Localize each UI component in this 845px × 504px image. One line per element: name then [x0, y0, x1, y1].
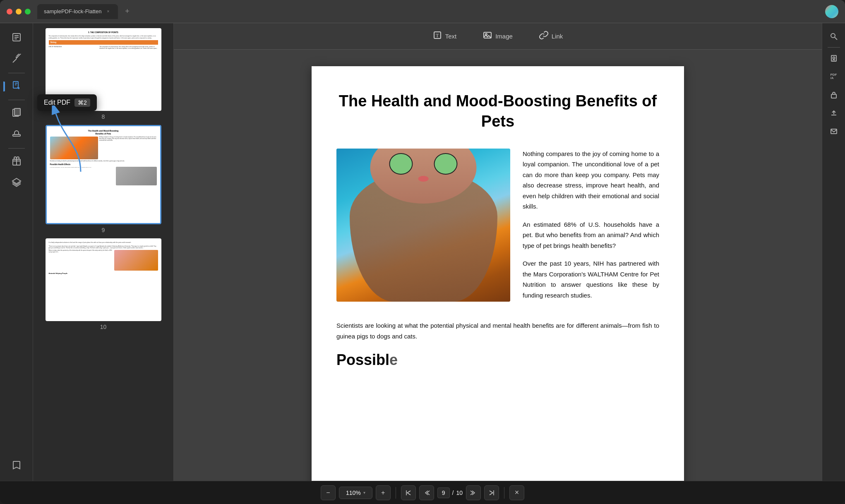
pdf-paragraph-3: Over the past 10 years, NIH has partnere… — [523, 258, 659, 300]
svg-text:T: T — [436, 33, 439, 38]
upload-sidebar-button[interactable] — [826, 105, 842, 121]
link-tool-button[interactable]: Link — [534, 28, 568, 44]
pages-icon — [12, 108, 22, 120]
titlebar: samplePDF-lock-Flatten × + — [0, 0, 845, 23]
zoom-out-button[interactable]: − — [321, 485, 336, 500]
stamp-icon — [12, 129, 22, 141]
svg-rect-16 — [831, 55, 836, 61]
toolbar-separator-2 — [504, 487, 504, 499]
sidebar-item-pages[interactable] — [7, 103, 26, 123]
left-sidebar — [0, 23, 33, 481]
image-tool-label: Image — [495, 33, 513, 40]
sidebar-item-edit-pdf[interactable] — [7, 77, 26, 96]
svg-point-17 — [833, 57, 835, 59]
svg-point-14 — [831, 34, 835, 38]
tab-close-button[interactable]: × — [105, 8, 111, 15]
gift-icon — [12, 156, 22, 168]
pdf-paragraph-2: An estimated 68% of U.S. households have… — [523, 219, 659, 251]
edit-pdf-icon — [12, 81, 22, 93]
sidebar-item-layers[interactable] — [7, 173, 26, 193]
page-last-button[interactable] — [484, 485, 499, 500]
image-tool-icon — [483, 31, 492, 42]
zoom-in-button[interactable]: + — [376, 485, 391, 500]
svg-line-15 — [835, 37, 837, 40]
mail-sidebar-button[interactable] — [826, 123, 842, 139]
page-display: 9 / 10 — [437, 487, 463, 498]
annotate-icon — [12, 54, 22, 66]
page-number-9: 9 — [102, 227, 105, 233]
pdf-text-column: Nothing compares to the joy of coming ho… — [523, 149, 659, 308]
page-number-8: 8 — [102, 113, 105, 120]
page-thumbnail-10[interactable]: It is fairly independent solution to fin… — [46, 238, 161, 321]
maximize-button[interactable] — [25, 9, 31, 14]
extract-sidebar-button[interactable] — [826, 50, 842, 67]
zoom-chevron-icon: ▾ — [363, 490, 365, 495]
pdf-a-icon: PDF/A — [831, 73, 837, 80]
zoom-display[interactable]: 110% ▾ — [339, 487, 372, 499]
svg-rect-7 — [13, 134, 20, 136]
page-next-button[interactable] — [466, 485, 481, 500]
active-indicator — [3, 82, 5, 91]
pdf-body-section: Nothing compares to the joy of coming ho… — [336, 149, 659, 308]
right-sidebar-divider-1 — [828, 47, 840, 48]
pdf-page: The Health and Mood-Boosting Benefits of… — [312, 66, 684, 481]
pdf-paragraph-1: Nothing compares to the joy of coming ho… — [523, 149, 659, 212]
tab-title: samplePDF-lock-Flatten — [44, 8, 101, 14]
minimize-button[interactable] — [16, 9, 22, 14]
sidebar-item-bookmark[interactable] — [7, 456, 26, 476]
text-tool-icon: T — [433, 31, 442, 42]
page-prev-button[interactable] — [419, 485, 434, 500]
pdf-content-area: The Health and Mood-Boosting Benefits of… — [174, 50, 822, 481]
new-tab-button[interactable]: + — [121, 6, 133, 17]
page-separator: / — [452, 490, 454, 496]
sidebar-item-gift[interactable] — [7, 152, 26, 172]
thumbnail-panel: 3. THE COMPOSITION OF POINTS The composi… — [33, 23, 174, 481]
pdf-cat-image — [336, 149, 510, 302]
sidebar-item-stamp[interactable] — [7, 125, 26, 145]
toolbar-separator-1 — [396, 487, 396, 499]
total-pages: 10 — [456, 490, 463, 496]
traffic-lights — [7, 9, 31, 14]
close-button[interactable] — [7, 9, 12, 14]
sidebar-divider-1 — [8, 73, 25, 73]
top-toolbar: T Text Image — [174, 23, 822, 50]
edit-pdf-tooltip: Edit PDF ⌘2 — [37, 94, 97, 111]
thumbnail-item-10[interactable]: It is fairly independent solution to fin… — [38, 238, 168, 330]
text-tool-label: Text — [445, 33, 457, 40]
page-first-button[interactable] — [401, 485, 416, 500]
close-bottom-button[interactable]: × — [509, 485, 524, 500]
user-avatar — [825, 5, 838, 18]
text-tool-button[interactable]: T Text — [428, 28, 462, 44]
sidebar-item-reader[interactable] — [7, 28, 26, 48]
pdf-full-paragraph: Scientists are looking at what the poten… — [336, 320, 659, 341]
bottom-toolbar: − 110% ▾ + 9 / 10 — [0, 481, 845, 504]
sidebar-item-annotate[interactable] — [7, 50, 26, 70]
image-tool-button[interactable]: Image — [478, 28, 518, 44]
tooltip-shortcut: ⌘2 — [74, 98, 90, 107]
app-window: samplePDF-lock-Flatten × + — [0, 0, 845, 504]
lock-sidebar-button[interactable] — [826, 86, 842, 103]
main-area: 3. THE COMPOSITION OF POINTS The composi… — [0, 23, 845, 481]
pdf-partial-heading: Possible — [336, 351, 659, 369]
thumbnail-item-9[interactable]: The Health and Mood-BoostingBenefits of … — [38, 125, 168, 233]
right-sidebar: PDF/A — [822, 23, 845, 481]
pdf-a-sidebar-button[interactable]: PDF/A — [826, 68, 842, 85]
sidebar-divider-3 — [8, 148, 25, 149]
page-number-10: 10 — [100, 324, 107, 330]
layers-icon — [12, 178, 22, 190]
svg-rect-18 — [831, 94, 836, 98]
pdf-page-title: The Health and Mood-Boosting Benefits of… — [336, 91, 659, 132]
search-sidebar-button[interactable] — [826, 28, 842, 45]
tooltip-label: Edit PDF — [44, 99, 70, 106]
sidebar-divider-2 — [8, 100, 25, 100]
bookmark-icon — [12, 460, 22, 472]
zoom-value: 110% — [346, 490, 361, 496]
page-thumbnail-9[interactable]: The Health and Mood-BoostingBenefits of … — [46, 125, 161, 224]
reader-icon — [12, 32, 22, 44]
link-tool-icon — [539, 31, 548, 42]
active-tab[interactable]: samplePDF-lock-Flatten × — [37, 4, 118, 19]
link-tool-label: Link — [552, 33, 563, 40]
svg-rect-6 — [14, 108, 20, 115]
current-page-input[interactable]: 9 — [437, 487, 450, 498]
